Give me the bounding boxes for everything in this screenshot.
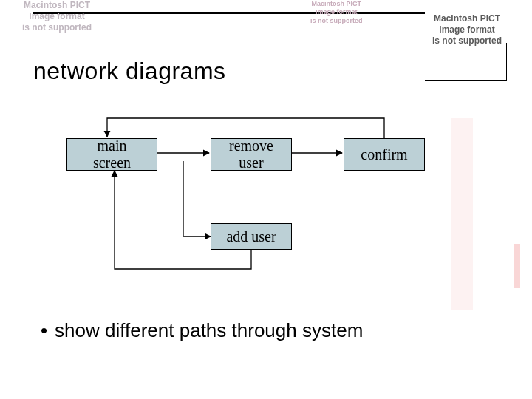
node-remove-user: remove user bbox=[211, 138, 292, 171]
pict-error-label: Macintosh PICT Image format is not suppo… bbox=[432, 13, 502, 47]
page-title: network diagrams bbox=[33, 58, 226, 85]
artifact-smudge bbox=[451, 118, 473, 310]
node-add-user: add user bbox=[211, 223, 292, 250]
node-main-screen: main screen bbox=[66, 138, 157, 171]
pict-error-label: Macintosh PICT Image format is not suppo… bbox=[22, 0, 92, 33]
divider bbox=[33, 12, 425, 14]
node-confirm: confirm bbox=[344, 138, 425, 171]
bullet-icon: • bbox=[41, 319, 55, 341]
bullet-item: •show different paths through system bbox=[41, 319, 363, 342]
pict-error-label: Macintosh PICT Image format is not suppo… bbox=[310, 0, 363, 25]
partial-frame bbox=[425, 43, 507, 81]
artifact-smudge bbox=[514, 244, 520, 288]
bullet-text: show different paths through system bbox=[55, 319, 363, 341]
